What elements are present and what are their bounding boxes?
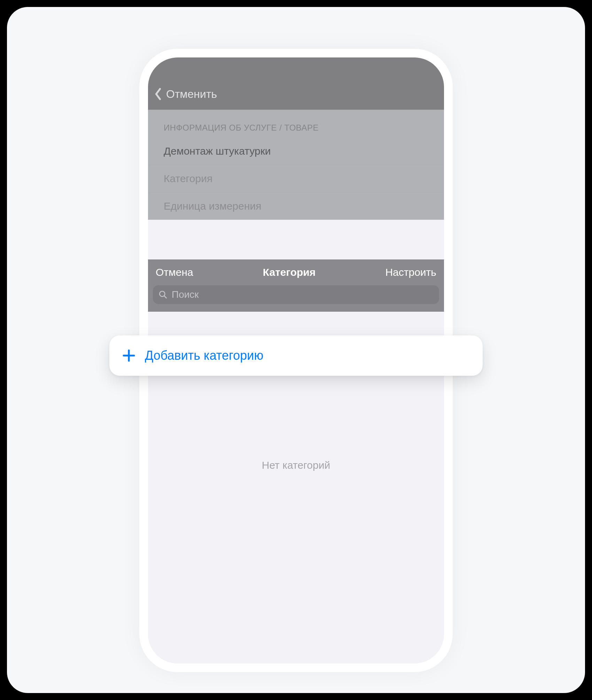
search-icon — [158, 290, 168, 299]
back-chevron-icon — [154, 87, 162, 101]
background-category-row: Категория — [148, 165, 444, 193]
empty-state-label: Нет категорий — [148, 459, 444, 471]
picker-title: Категория — [263, 266, 316, 278]
background-section-header: ИНФОРМАЦИЯ ОБ УСЛУГЕ / ТОВАРЕ — [148, 110, 444, 138]
picker-header: Отмена Категория Настроить — [148, 259, 444, 285]
background-cancel-label: Отменить — [166, 88, 217, 101]
search-wrapper — [148, 285, 444, 312]
picker-cancel-button[interactable]: Отмена — [156, 266, 193, 278]
add-category-button[interactable]: Добавить категорию — [109, 335, 483, 376]
search-input[interactable] — [172, 289, 434, 300]
background-section: ИНФОРМАЦИЯ ОБ УСЛУГЕ / ТОВАРЕ Демонтаж ш… — [148, 110, 444, 220]
plus-icon — [122, 349, 136, 363]
svg-line-1 — [164, 296, 166, 298]
picker-configure-button[interactable]: Настроить — [385, 266, 436, 278]
background-name-row: Демонтаж штукатурки — [148, 138, 444, 165]
background-navbar: Отменить — [148, 57, 444, 110]
background-unit-row: Единица измерения — [148, 193, 444, 220]
category-picker-sheet: Отмена Категория Настроить — [148, 259, 444, 663]
search-field[interactable] — [153, 285, 439, 304]
page-card: Отменить ИНФОРМАЦИЯ ОБ УСЛУГЕ / ТОВАРЕ Д… — [7, 7, 585, 693]
add-category-label: Добавить категорию — [145, 348, 263, 363]
